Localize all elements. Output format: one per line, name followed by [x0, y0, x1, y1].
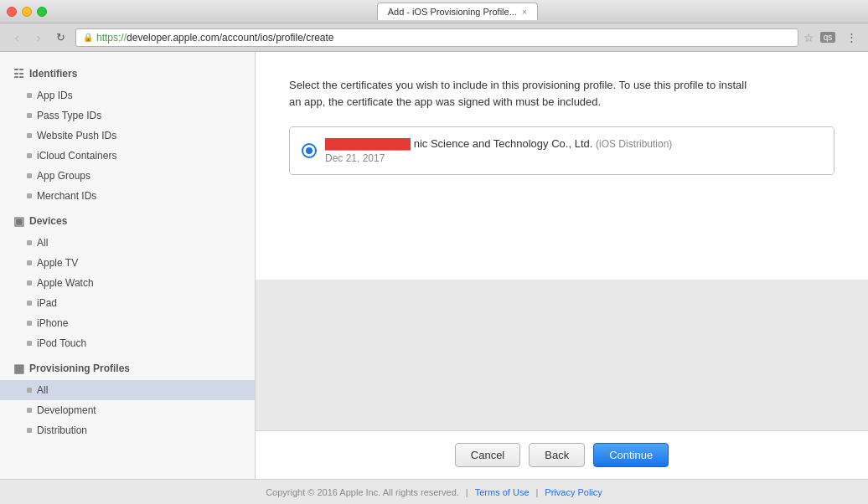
bullet-icon — [27, 428, 32, 433]
minimize-button[interactable] — [22, 7, 32, 17]
sidebar-item-all-devices[interactable]: All — [0, 233, 255, 253]
menu-icon[interactable]: ⋮ — [841, 28, 861, 47]
sidebar-item-apple-tv[interactable]: Apple TV — [0, 253, 255, 273]
footer-sep1: | — [466, 487, 468, 497]
bullet-icon — [27, 93, 32, 98]
url-path: /account/ios/profile/create — [220, 32, 334, 44]
cert-info: ████████████ nic Science and Technology … — [325, 137, 672, 164]
bullet-icon — [27, 153, 32, 158]
forward-nav-button[interactable]: › — [28, 28, 49, 47]
content-area: Select the certificates you wish to incl… — [256, 52, 868, 479]
sidebar-header-identifiers: ☷ Identifiers — [0, 62, 255, 85]
certificate-list: ████████████ nic Science and Technology … — [289, 126, 834, 175]
cert-radio-selected[interactable] — [303, 145, 315, 157]
sidebar-item-icloud-containers[interactable]: iCloud Containers — [0, 146, 255, 166]
sidebar-item-label: App IDs — [37, 90, 73, 101]
tab-title: Add - iOS Provisioning Profile... — [388, 7, 517, 17]
bullet-icon — [27, 301, 32, 306]
qs-badge: qs — [818, 28, 838, 47]
provisioning-icon: ▦ — [13, 362, 24, 375]
sidebar-item-iphone[interactable]: iPhone — [0, 313, 255, 333]
sidebar-item-label: Development — [37, 404, 96, 416]
url-text: https://developer.apple.com/account/ios/… — [96, 32, 791, 44]
titlebar: Add - iOS Provisioning Profile... × — [0, 0, 868, 23]
tab-close-icon[interactable]: × — [522, 7, 527, 17]
cert-type: (iOS Distribution) — [596, 138, 672, 150]
url-bar[interactable]: 🔒 https://developer.apple.com/account/io… — [75, 28, 798, 47]
nav-buttons: ‹ › ↻ — [7, 28, 70, 47]
sidebar-header-devices: ▣ Devices — [0, 209, 255, 233]
continue-button[interactable]: Continue — [593, 443, 669, 467]
devices-icon: ▣ — [13, 214, 24, 228]
bullet-icon — [27, 321, 32, 326]
cert-date: Dec 21, 2017 — [325, 152, 672, 164]
privacy-policy-link[interactable]: Privacy Policy — [545, 487, 602, 497]
sidebar-item-app-ids[interactable]: App IDs — [0, 85, 255, 105]
sidebar-item-all-profiles[interactable]: All — [0, 380, 255, 400]
address-bar-right: ☆ qs ⋮ — [803, 28, 861, 47]
bullet-icon — [27, 260, 32, 265]
bullet-icon — [27, 133, 32, 138]
browser-tab[interactable]: Add - iOS Provisioning Profile... × — [377, 3, 539, 20]
lock-icon: 🔒 — [83, 33, 93, 42]
sidebar-item-label: Apple TV — [37, 257, 78, 269]
cert-name-redacted: ████████████ — [325, 138, 411, 150]
sidebar-item-label: All — [37, 384, 48, 396]
sidebar-item-development[interactable]: Development — [0, 400, 255, 420]
url-https: https:// — [96, 32, 127, 44]
bullet-icon — [27, 173, 32, 178]
sidebar-item-label: Distribution — [37, 424, 87, 436]
bullet-icon — [27, 408, 32, 413]
sidebar-item-label: iCloud Containers — [37, 150, 116, 162]
sidebar-item-label: Website Push IDs — [37, 130, 116, 141]
sidebar-item-ipad[interactable]: iPad — [0, 293, 255, 313]
content-description: Select the certificates you wish to incl… — [289, 77, 758, 110]
sidebar-provisioning-label: Provisioning Profiles — [29, 363, 130, 374]
close-button[interactable] — [7, 7, 17, 17]
bullet-icon — [27, 341, 32, 346]
back-nav-button[interactable]: ‹ — [7, 28, 27, 47]
sidebar-item-label: Pass Type IDs — [37, 110, 101, 121]
sidebar-item-website-push-ids[interactable]: Website Push IDs — [0, 126, 255, 146]
sidebar-section-identifiers: ☷ Identifiers App IDs Pass Type IDs Webs… — [0, 62, 255, 206]
footer-buttons: Cancel Back Continue — [256, 430, 868, 479]
sidebar-item-distribution[interactable]: Distribution — [0, 420, 255, 440]
url-domain: developer.apple.com — [127, 32, 220, 44]
sidebar-devices-label: Devices — [29, 215, 67, 227]
sidebar-item-label: All — [37, 237, 48, 249]
sidebar-identifiers-label: Identifiers — [29, 68, 77, 80]
sidebar-item-label: Merchant IDs — [37, 190, 96, 202]
main-content: ☷ Identifiers App IDs Pass Type IDs Webs… — [0, 52, 868, 479]
sidebar-section-devices: ▣ Devices All Apple TV Apple Watch iPad — [0, 209, 255, 353]
bookmark-icon[interactable]: ☆ — [803, 31, 814, 44]
reload-button[interactable]: ↻ — [50, 28, 70, 47]
bullet-icon — [27, 193, 32, 198]
content-bottom-gray — [256, 280, 868, 430]
sidebar-item-label: Apple Watch — [37, 277, 94, 289]
cert-name-suffix: nic Science and Technology Co., Ltd. — [414, 137, 593, 150]
sidebar-item-label: iPhone — [37, 317, 68, 329]
content-top: Select the certificates you wish to incl… — [256, 52, 868, 280]
address-bar: ‹ › ↻ 🔒 https://developer.apple.com/acco… — [0, 23, 868, 52]
bullet-icon — [27, 280, 32, 285]
page-footer: Copyright © 2016 Apple Inc. All rights r… — [0, 479, 868, 504]
bullet-icon — [27, 240, 32, 245]
sidebar-item-apple-watch[interactable]: Apple Watch — [0, 273, 255, 293]
back-button[interactable]: Back — [529, 443, 585, 467]
sidebar-section-provisioning: ▦ Provisioning Profiles All Development … — [0, 357, 255, 440]
terms-of-use-link[interactable]: Terms of Use — [475, 487, 530, 497]
sidebar: ☷ Identifiers App IDs Pass Type IDs Webs… — [0, 52, 256, 479]
cancel-button[interactable]: Cancel — [455, 443, 520, 467]
sidebar-item-app-groups[interactable]: App Groups — [0, 166, 255, 186]
cert-name: ████████████ nic Science and Technology … — [325, 137, 672, 150]
copyright-text: Copyright © 2016 Apple Inc. All rights r… — [266, 487, 459, 497]
sidebar-item-merchant-ids[interactable]: Merchant IDs — [0, 186, 255, 206]
sidebar-item-ipod-touch[interactable]: iPod Touch — [0, 333, 255, 353]
maximize-button[interactable] — [37, 7, 47, 17]
traffic-lights — [7, 7, 47, 17]
tab-bar: Add - iOS Provisioning Profile... × — [54, 3, 861, 20]
sidebar-item-pass-type-ids[interactable]: Pass Type IDs — [0, 105, 255, 126]
certificate-item[interactable]: ████████████ nic Science and Technology … — [290, 127, 834, 174]
footer-sep2: | — [536, 487, 539, 497]
sidebar-header-provisioning: ▦ Provisioning Profiles — [0, 357, 255, 380]
